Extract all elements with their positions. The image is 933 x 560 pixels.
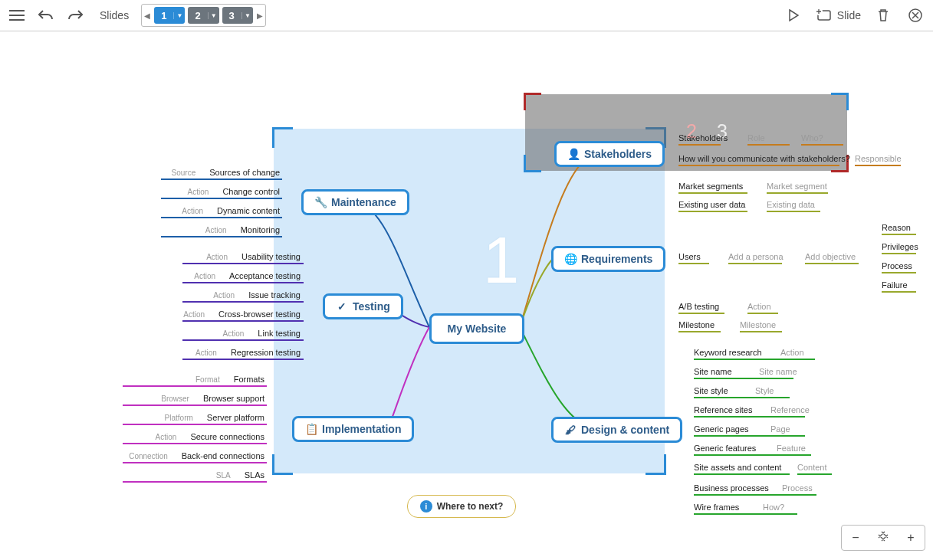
leaf-requirements[interactable]: Privileges <box>882 242 918 251</box>
leaf-testing[interactable]: ActionRegression testing <box>195 348 301 357</box>
leaf-maintenance[interactable]: SourceSources of change <box>172 168 280 177</box>
leaf-design[interactable]: Generic features <box>694 444 756 453</box>
leaf-design[interactable]: Reference sites <box>694 405 752 414</box>
info-icon: i <box>420 500 432 513</box>
node-design[interactable]: 🖌Design & content <box>551 417 682 443</box>
node-stakeholders[interactable]: 👤Stakeholders <box>554 141 665 167</box>
toolbar: Slides ◀ 1▼ 2▼ 3▼ ▶ Slide <box>0 0 933 31</box>
leaf-requirements[interactable]: Add a persona <box>728 252 784 261</box>
undo-icon[interactable] <box>37 6 55 25</box>
trash-icon[interactable] <box>873 6 893 25</box>
leaf-testing[interactable]: ActionIssue tracking <box>213 290 301 300</box>
leaf-design[interactable]: Site assets and content <box>694 463 781 472</box>
leaf-design[interactable]: Feature <box>777 444 806 453</box>
slide-prev[interactable]: ◀ <box>142 11 153 20</box>
leaf-testing[interactable]: ActionUsability testing <box>206 252 301 261</box>
leaf-requirements[interactable]: Process <box>882 261 912 270</box>
add-slide-button[interactable]: Slide <box>816 8 861 22</box>
leaf-design[interactable]: Site name <box>694 367 732 376</box>
leaf-design[interactable]: Action <box>780 348 804 357</box>
leaf-design[interactable]: Keyword research <box>694 348 762 357</box>
leaf-requirements[interactable]: Reason <box>882 223 911 232</box>
redo-icon[interactable] <box>66 6 84 25</box>
zoom-in-button[interactable]: + <box>899 531 922 545</box>
leaf-requirements[interactable]: Action <box>747 302 771 311</box>
menu-icon[interactable] <box>8 6 26 25</box>
slide-tab-1[interactable]: 1▼ <box>154 7 185 24</box>
leaf-implementation[interactable]: ConnectionBack-end connections <box>129 451 264 460</box>
leaf-requirements[interactable]: Milestone <box>678 320 715 329</box>
leaf-requirements[interactable]: Failure <box>882 280 908 290</box>
leaf-testing[interactable]: ActionCross-browser testing <box>183 309 301 319</box>
leaf-design[interactable]: Content <box>797 463 827 472</box>
slide-tab-3[interactable]: 3▼ <box>222 7 253 24</box>
leaf-design[interactable]: How? <box>763 503 784 512</box>
leaf-testing[interactable]: ActionAcceptance testing <box>194 271 301 280</box>
leaf-stakeholders[interactable]: Role <box>747 133 765 142</box>
node-maintenance[interactable]: 🔧Maintenance <box>301 189 409 215</box>
leaf-stakeholders[interactable]: Stakeholders <box>678 133 728 142</box>
leaf-requirements[interactable]: Users <box>678 252 701 261</box>
leaf-design[interactable]: Generic pages <box>694 424 749 434</box>
leaf-implementation[interactable]: ActionSecure connections <box>156 432 264 441</box>
leaf-requirements[interactable]: A/B testing <box>678 302 719 311</box>
leaf-testing[interactable]: ActionLink testing <box>223 329 301 338</box>
globe-icon: 🌐 <box>564 253 577 265</box>
wrench-icon: 🔧 <box>314 196 327 208</box>
brush-icon: 🖌 <box>564 424 577 436</box>
leaf-design[interactable]: Style <box>755 386 774 395</box>
slides-label: Slides <box>100 9 129 21</box>
leaf-stakeholders[interactable]: Who? <box>801 133 823 142</box>
node-testing[interactable]: ✓Testing <box>323 293 403 319</box>
node-root[interactable]: My Website <box>429 313 524 344</box>
zoom-fit-button[interactable] <box>872 529 895 546</box>
zoom-toolbar: − + <box>841 525 925 551</box>
leaf-design[interactable]: Process <box>782 483 813 493</box>
leaf-maintenance[interactable]: ActionDynamic content <box>182 206 280 215</box>
leaf-requirements[interactable]: Existing data <box>767 200 815 209</box>
leaf-implementation[interactable]: PlatformServer platform <box>165 413 264 422</box>
node-where-to-next[interactable]: iWhere to next? <box>407 495 516 518</box>
slide-1-watermark: 1 <box>483 223 519 298</box>
slide-switcher: ◀ 1▼ 2▼ 3▼ ▶ <box>141 4 266 27</box>
leaf-design[interactable]: Page <box>770 424 790 434</box>
leaf-implementation[interactable]: BrowserBrowser support <box>161 394 264 403</box>
node-implementation[interactable]: 📋Implementation <box>292 416 414 442</box>
user-icon: 👤 <box>567 148 580 160</box>
leaf-requirements[interactable]: Milestone <box>740 320 776 329</box>
leaf-stakeholders[interactable]: How will you communicate with stakeholde… <box>678 154 850 163</box>
clipboard-icon: 📋 <box>305 423 317 435</box>
leaf-design[interactable]: Wire frames <box>694 503 739 512</box>
leaf-requirements[interactable]: Market segment <box>767 182 827 191</box>
mindmap-canvas[interactable]: 1 2 3 My Website 🔧Maintenance ✓Testing 📋… <box>0 31 933 560</box>
slide-tab-2[interactable]: 2▼ <box>188 7 218 24</box>
zoom-out-button[interactable]: − <box>844 531 867 545</box>
node-requirements[interactable]: 🌐Requirements <box>551 246 665 272</box>
check-icon: ✓ <box>336 300 348 313</box>
slide-next[interactable]: ▶ <box>255 11 265 20</box>
leaf-maintenance[interactable]: ActionChange control <box>188 187 280 196</box>
leaf-requirements[interactable]: Market segments <box>678 182 743 191</box>
leaf-design[interactable]: Site style <box>694 386 728 395</box>
leaf-design[interactable]: Business processes <box>694 483 769 493</box>
leaf-requirements[interactable]: Existing user data <box>678 200 745 209</box>
leaf-requirements[interactable]: Add objective <box>805 252 856 261</box>
play-icon[interactable] <box>784 6 803 25</box>
leaf-implementation[interactable]: SLASLAs <box>216 470 264 480</box>
leaf-design[interactable]: Reference <box>770 405 810 414</box>
leaf-design[interactable]: Site name <box>759 367 797 376</box>
leaf-maintenance[interactable]: ActionMonitoring <box>205 225 280 234</box>
leaf-implementation[interactable]: FormatFormats <box>195 375 264 384</box>
close-icon[interactable] <box>905 6 925 25</box>
leaf-stakeholders[interactable]: Responsible <box>855 154 902 163</box>
